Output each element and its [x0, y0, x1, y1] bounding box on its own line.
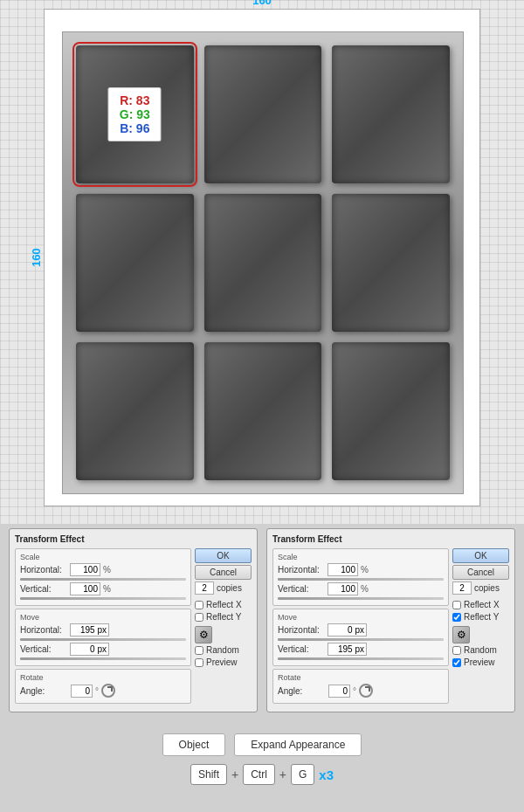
dialog2-random-row: Random — [452, 645, 509, 655]
dialog1-ok-button[interactable]: OK — [195, 548, 252, 563]
dialog1-v-slider[interactable] — [20, 597, 186, 600]
tile-9[interactable] — [332, 342, 450, 480]
tile-grid: R: 83 G: 93 B: 96 — [76, 45, 450, 480]
dialog2-mv-row: Vertical: — [278, 643, 444, 656]
expand-appearance-button[interactable]: Expand Appearance — [234, 733, 362, 756]
dialog2-reflectx-label: Reflect X — [464, 600, 500, 609]
tile-2[interactable] — [204, 45, 322, 183]
x3-badge: x3 — [319, 767, 334, 782]
shortcut-row: Shift + Ctrl + G x3 — [0, 764, 524, 785]
tile-1[interactable]: R: 83 G: 93 B: 96 — [76, 45, 194, 183]
dialog1-reflectx-row: Reflect X — [195, 600, 252, 609]
dialog1-mh-input[interactable] — [70, 623, 109, 637]
dialog1-h-input[interactable] — [70, 563, 100, 576]
tile-7[interactable] — [76, 342, 194, 480]
dialog2-ok-button[interactable]: OK — [452, 548, 509, 563]
g-key[interactable]: G — [291, 764, 314, 785]
dialog2-v-input[interactable] — [328, 582, 358, 595]
dialog2-angle-label: Angle: — [278, 686, 326, 696]
dialog2-copies-input[interactable] — [452, 581, 472, 595]
dialog2-v-slider[interactable] — [278, 597, 444, 600]
dialog2-move-section: Move Horizontal: Vertical: — [272, 609, 449, 666]
ctrl-key[interactable]: Ctrl — [243, 764, 275, 785]
dialog1-v-input[interactable] — [70, 582, 100, 595]
dialog1-copies-label: copies — [217, 583, 242, 593]
dialog2-h-unit: % — [361, 565, 369, 575]
dialog2-angle-input[interactable] — [328, 685, 350, 698]
dialog2-preview-check[interactable] — [452, 658, 461, 667]
dialog2-v-unit: % — [361, 584, 369, 594]
plus-2: + — [279, 767, 286, 781]
dialog1-v-row: Vertical: % — [20, 582, 186, 595]
dialog2-h-slider[interactable] — [278, 578, 444, 581]
dialog1-h-slider[interactable] — [20, 578, 186, 581]
dialog1-random-check[interactable] — [195, 646, 203, 655]
dialog2-reflectx-check[interactable] — [452, 601, 461, 609]
dialog1-cancel-button[interactable]: Cancel — [195, 565, 252, 580]
tile-6[interactable] — [332, 194, 450, 332]
dialog1-preview-label: Preview — [206, 657, 238, 667]
dialog2-copies-label: copies — [474, 583, 500, 593]
dialog1-preview-row: Preview — [195, 657, 252, 667]
dialog1-angle-input[interactable] — [71, 685, 93, 698]
dialog1-mh-slider[interactable] — [20, 638, 186, 641]
tile-3[interactable] — [332, 45, 450, 183]
tile-4[interactable] — [76, 194, 194, 332]
dialog1-preview-check[interactable] — [195, 658, 203, 667]
action-buttons: Object Expand Appearance — [0, 733, 524, 756]
dialog2-right: OK Cancel copies Reflect X Reflect Y ⚙ — [452, 548, 509, 706]
dialog2-mh-input[interactable] — [328, 623, 367, 637]
color-r-value: R: 83 — [120, 93, 150, 107]
shift-key[interactable]: Shift — [190, 764, 227, 785]
color-info: R: 83 G: 93 B: 96 — [108, 87, 162, 141]
dialog1-h-unit: % — [103, 565, 111, 575]
dialog1-copies-row: copies — [195, 581, 252, 595]
dialog2-mv-slider[interactable] — [278, 657, 444, 660]
rotate-dial-2[interactable] — [359, 684, 373, 698]
dialog2-mh-slider[interactable] — [278, 638, 444, 641]
dialog1-angle-label: Angle: — [20, 686, 68, 696]
dialog2-reflecty-row: Reflect Y — [452, 612, 509, 622]
dialog2-h-input[interactable] — [328, 563, 358, 576]
dialog2-mh-row: Horizontal: — [278, 623, 444, 637]
dialog2-v-row: Vertical: % — [278, 582, 444, 595]
dialog1-right: OK Cancel copies Reflect X Reflect Y ⚙ — [195, 548, 252, 706]
dialog2-angle-row: Angle: ° — [278, 684, 444, 698]
dialog1-reflectx-check[interactable] — [195, 601, 203, 609]
dialog2-preview-label: Preview — [464, 657, 495, 667]
dialog1-move-section: Move Horizontal: Vertical: — [15, 609, 191, 666]
dialog1-h-label: Horizontal: — [20, 565, 68, 575]
dialog1-left: Scale Horizontal: % Vertical: % — [15, 548, 191, 706]
dialog2-reflecty-label: Reflect Y — [464, 612, 499, 622]
tile-8[interactable] — [204, 342, 322, 480]
dialog1-mv-input[interactable] — [70, 643, 109, 656]
object-button[interactable]: Object — [162, 733, 226, 756]
bottom-panel: Transform Effect Scale Horizontal: % Ver… — [0, 524, 524, 812]
dialog1-h-row: Horizontal: % — [20, 563, 186, 576]
dialog1-rotate-label: Rotate — [20, 673, 186, 682]
dialog2-mv-input[interactable] — [328, 643, 367, 656]
metal-panel: R: 83 G: 93 B: 96 — [62, 31, 464, 494]
dialog1-copies-input[interactable] — [195, 581, 214, 595]
dialog2-cancel-button[interactable]: Cancel — [452, 565, 509, 580]
color-b-value: B: 96 — [120, 121, 150, 135]
dialog1-scale-label: Scale — [20, 553, 186, 561]
dialog2-random-check[interactable] — [452, 646, 461, 655]
gear-icon-2[interactable]: ⚙ — [452, 626, 470, 643]
ruler-left: 160 — [30, 248, 43, 267]
degree-symbol-2: ° — [353, 686, 356, 696]
dialog1-mv-row: Vertical: — [20, 643, 186, 656]
dialog2-title: Transform Effect — [272, 534, 509, 544]
dialogs-row: Transform Effect Scale Horizontal: % Ver… — [9, 528, 515, 712]
dialog1-reflecty-check[interactable] — [195, 613, 203, 622]
rotate-dial[interactable] — [101, 684, 115, 698]
dialog1-angle-row: Angle: ° — [20, 684, 186, 698]
dialog1-mv-slider[interactable] — [20, 657, 186, 660]
tile-5[interactable] — [204, 194, 322, 332]
dialog2-v-label: Vertical: — [278, 584, 326, 594]
gear-icon[interactable]: ⚙ — [195, 626, 212, 643]
dialog2-mv-label: Vertical: — [278, 644, 326, 654]
dialog2-h-row: Horizontal: % — [278, 563, 444, 576]
dialog2-reflecty-check[interactable] — [452, 613, 461, 622]
degree-symbol: ° — [95, 686, 99, 696]
